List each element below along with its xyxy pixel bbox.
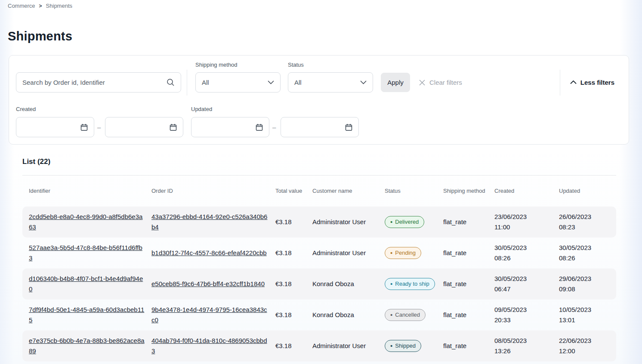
status-badge: •Shipped bbox=[385, 340, 421, 352]
status-badge: •Pending bbox=[385, 247, 421, 259]
total-value-cell: €3.18 bbox=[269, 341, 306, 351]
breadcrumb: Commerce > Shipments bbox=[8, 3, 72, 9]
identifier-link[interactable]: 7df9f4bd-50e1-4845-a59a-60d3acbeb115 bbox=[29, 306, 144, 324]
column-header-customer-name: Customer name bbox=[306, 187, 378, 195]
customer-name-cell: Konrad Oboza bbox=[306, 310, 378, 320]
shipments-table: Identifier Order ID Total value Customer… bbox=[22, 175, 616, 361]
customer-name-cell: Konrad Oboza bbox=[306, 279, 378, 289]
status-badge: •Delivered bbox=[385, 216, 424, 228]
status-text: Shipped bbox=[395, 343, 416, 349]
created-cell: 23/06/202311:00 bbox=[488, 212, 552, 232]
shipping-method-cell: flat_rate bbox=[437, 341, 488, 351]
table-row: e7e375cb-6b0b-4e7a-88b3-be862ace8a89 404… bbox=[22, 330, 616, 361]
breadcrumb-shipments[interactable]: Shipments bbox=[46, 3, 72, 9]
calendar-icon[interactable] bbox=[345, 123, 352, 131]
table-header-row: Identifier Order ID Total value Customer… bbox=[22, 175, 616, 207]
column-header-status: Status bbox=[378, 187, 437, 195]
updated-to-input[interactable] bbox=[287, 123, 345, 131]
column-header-updated: Updated bbox=[552, 187, 616, 195]
customer-name-cell: Administrator User bbox=[306, 217, 378, 227]
updated-cell: 10/05/202313:01 bbox=[552, 305, 616, 325]
customer-name-cell: Administrator User bbox=[306, 341, 378, 351]
status-label: Status bbox=[288, 62, 304, 68]
identifier-link[interactable]: 2cdd5eb8-e8a0-4ec8-99d0-a8f5db6e3a63 bbox=[29, 213, 142, 231]
list-title: List (22) bbox=[22, 157, 50, 166]
clear-filters-button[interactable]: Clear filters bbox=[419, 73, 462, 92]
updated-from-input[interactable] bbox=[198, 123, 256, 131]
updated-to-box bbox=[281, 117, 359, 137]
customer-name-cell: Administrator User bbox=[306, 248, 378, 258]
order-id-link[interactable]: 404ab794-f0f0-41da-810c-4869053cbbd3 bbox=[151, 337, 267, 355]
close-icon bbox=[419, 79, 426, 86]
status-dot: • bbox=[390, 282, 392, 286]
status-dot: • bbox=[390, 220, 392, 224]
chevron-down-icon bbox=[268, 80, 274, 84]
created-from-box bbox=[16, 117, 94, 137]
less-filters-toggle[interactable]: Less filters bbox=[570, 73, 614, 92]
shipping-method-cell: flat_rate bbox=[437, 248, 488, 258]
created-cell: 08/05/202313:26 bbox=[488, 336, 552, 356]
order-id-link[interactable]: e50ceb85-f9c6-47b6-bff4-e32cff1b1840 bbox=[151, 280, 265, 287]
order-id-link[interactable]: 43a37296-ebbd-4164-92e0-c526a340b6b4 bbox=[151, 213, 267, 231]
created-from-input[interactable] bbox=[22, 123, 80, 131]
status-text: Cancelled bbox=[395, 312, 420, 318]
table-row: 527aae3a-5b5d-47c8-84be-b56f11d6ffb3 b1d… bbox=[22, 238, 616, 268]
order-id-link[interactable]: 9b4e3478-1e4d-4974-9795-16cea3843cc0 bbox=[151, 306, 267, 324]
order-id-link[interactable]: b1d30f12-7f4c-4557-8c66-efeaf4220cbb bbox=[151, 249, 267, 256]
chevron-up-icon bbox=[570, 80, 577, 84]
column-header-identifier: Identifier bbox=[22, 187, 145, 195]
calendar-icon[interactable] bbox=[170, 123, 177, 131]
filter-divider-1 bbox=[187, 70, 187, 96]
breadcrumb-separator: > bbox=[39, 3, 42, 9]
search-input[interactable] bbox=[22, 79, 167, 86]
created-cell: 30/05/202306:47 bbox=[488, 274, 552, 294]
table-row: 2cdd5eb8-e8a0-4ec8-99d0-a8f5db6e3a63 43a… bbox=[22, 207, 616, 238]
status-dot: • bbox=[390, 313, 392, 317]
created-filter-label: Created bbox=[16, 106, 36, 112]
created-range-separator: – bbox=[97, 123, 101, 131]
identifier-link[interactable]: e7e375cb-6b0b-4e7a-88b3-be862ace8a89 bbox=[29, 337, 145, 355]
less-filters-label: Less filters bbox=[580, 79, 614, 86]
filters-panel: Shipping method All Status All Apply bbox=[9, 55, 629, 145]
updated-from-box bbox=[191, 117, 269, 137]
status-value: All bbox=[294, 79, 302, 86]
shipments-page: Commerce > Shipments Shipments Shipping … bbox=[0, 0, 642, 364]
total-value-cell: €3.18 bbox=[269, 279, 306, 289]
identifier-link[interactable]: d106340b-b4b8-4f07-bcf1-b4e4d9af94e0 bbox=[29, 275, 143, 293]
status-badge: •Cancelled bbox=[385, 309, 426, 321]
chevron-down-icon bbox=[360, 80, 367, 84]
breadcrumb-commerce[interactable]: Commerce bbox=[8, 3, 35, 9]
calendar-icon[interactable] bbox=[80, 123, 88, 131]
clear-filters-label: Clear filters bbox=[429, 79, 462, 86]
apply-button[interactable]: Apply bbox=[381, 73, 410, 92]
updated-filter-label: Updated bbox=[191, 106, 212, 112]
identifier-link[interactable]: 527aae3a-5b5d-47c8-84be-b56f11d6ffb3 bbox=[29, 244, 142, 262]
search-box bbox=[16, 72, 181, 93]
total-value-cell: €3.18 bbox=[269, 248, 306, 258]
shipping-method-select[interactable]: All bbox=[195, 72, 281, 93]
column-header-shipping-method: Shipping method bbox=[437, 187, 488, 195]
table-row: 7df9f4bd-50e1-4845-a59a-60d3acbeb115 9b4… bbox=[22, 299, 616, 330]
updated-cell: 30/05/202308:26 bbox=[552, 243, 616, 263]
status-dot: • bbox=[390, 344, 392, 348]
search-icon[interactable] bbox=[167, 78, 175, 86]
created-cell: 30/05/202308:26 bbox=[488, 243, 552, 263]
updated-cell: 26/06/202308:23 bbox=[552, 212, 616, 232]
total-value-cell: €3.18 bbox=[269, 217, 306, 227]
page-title: Shipments bbox=[8, 29, 72, 43]
shipping-method-cell: flat_rate bbox=[437, 217, 488, 227]
updated-range-separator: – bbox=[272, 123, 276, 131]
created-to-input[interactable] bbox=[111, 123, 170, 131]
filter-divider-2 bbox=[560, 70, 560, 96]
total-value-cell: €3.18 bbox=[269, 310, 306, 320]
updated-cell: 29/06/202309:08 bbox=[552, 274, 616, 294]
shipping-method-cell: flat_rate bbox=[437, 310, 488, 320]
status-text: Delivered bbox=[395, 219, 419, 225]
status-text: Pending bbox=[395, 250, 416, 256]
shipping-method-value: All bbox=[202, 79, 209, 86]
shipping-method-cell: flat_rate bbox=[437, 279, 488, 289]
created-cell: 09/05/202320:33 bbox=[488, 305, 552, 325]
status-text: Ready to ship bbox=[395, 281, 429, 287]
calendar-icon[interactable] bbox=[256, 123, 263, 131]
status-select[interactable]: All bbox=[288, 72, 373, 93]
